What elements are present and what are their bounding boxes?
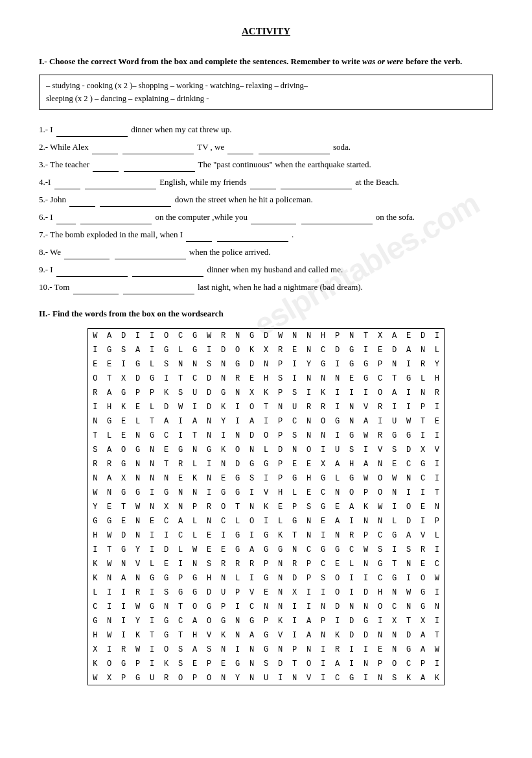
ws-cell: A (174, 514, 188, 528)
ws-cell: P (330, 329, 345, 343)
ws-cell: S (373, 543, 387, 557)
ws-cell: E (402, 329, 416, 343)
ws-cell: O (216, 500, 231, 514)
ws-cell: E (416, 557, 430, 571)
ws-cell: Y (231, 671, 245, 685)
ws-cell: N (231, 628, 245, 643)
ws-cell: R (330, 643, 345, 657)
ws-cell: W (188, 543, 202, 557)
ws-cell: P (273, 414, 288, 429)
ws-cell: X (102, 671, 117, 685)
ws-cell: N (302, 429, 316, 443)
ws-cell: D (330, 343, 345, 357)
ws-cell: I (216, 429, 231, 443)
ws-cell: N (330, 528, 345, 543)
ws-cell: C (174, 614, 188, 628)
sentence-8: 8.- We when the police arrived. (39, 245, 493, 259)
ws-cell: L (430, 528, 445, 543)
ws-cell: G (288, 514, 302, 528)
ws-cell: P (259, 614, 273, 628)
ws-cell: N (273, 586, 288, 600)
ws-cell: A (416, 643, 430, 657)
ws-cell: E (117, 429, 131, 443)
blank-7b (217, 233, 288, 242)
ws-cell: I (345, 586, 359, 600)
ws-cell: I (288, 372, 302, 386)
ws-cell: N (402, 471, 416, 486)
ws-cell: L (416, 372, 430, 386)
ws-cell: O (245, 514, 259, 528)
ws-cell: A (245, 628, 259, 643)
blank-8a (64, 250, 110, 259)
ws-cell: G (202, 600, 216, 614)
ws-cell: N (131, 514, 145, 528)
ws-cell: I (245, 486, 259, 500)
ws-cell: I (330, 614, 345, 628)
ws-cell: O (117, 443, 131, 457)
ws-cell: V (302, 671, 316, 685)
ws-cell: T (174, 372, 188, 386)
ws-cell: C (216, 514, 231, 528)
ws-cell: I (259, 471, 273, 486)
blank-1a (56, 128, 128, 137)
ws-cell: E (102, 500, 117, 514)
ws-cell: G (259, 628, 273, 643)
ws-cell: X (117, 471, 131, 486)
ws-cell: G (231, 657, 245, 671)
ws-cell: N (288, 543, 302, 557)
ws-cell: P (416, 657, 430, 671)
ws-cell: G (259, 457, 273, 471)
ws-cell: H (202, 571, 216, 586)
blank-7a (186, 233, 212, 242)
ws-cell: I (316, 657, 330, 671)
ws-cell: N (159, 600, 174, 614)
ws-cell: G (259, 571, 273, 586)
ws-cell: U (330, 443, 345, 457)
ws-cell: R (302, 400, 316, 414)
sentence-4: 4.-I English, while my friends at the Be… (39, 175, 493, 189)
ws-cell: S (202, 643, 216, 657)
ws-cell: W (402, 586, 416, 600)
blank-6b (80, 215, 152, 224)
ws-cell: X (387, 614, 402, 628)
ws-cell: N (102, 486, 117, 500)
ws-cell: N (245, 657, 259, 671)
ws-cell: R (88, 457, 102, 471)
ws-cell: T (174, 600, 188, 614)
ws-cell: G (345, 471, 359, 486)
ws-cell: C (245, 600, 259, 614)
ws-cell: N (117, 557, 131, 571)
ws-cell: G (359, 357, 373, 372)
ws-cell: L (259, 443, 273, 457)
ws-cell: N (188, 443, 202, 457)
ws-cell: Y (88, 500, 102, 514)
ws-cell: C (316, 343, 330, 357)
ws-cell: O (416, 571, 430, 586)
ws-cell: S (202, 357, 216, 372)
ws-cell: N (273, 400, 288, 414)
ws-cell: H (373, 586, 387, 600)
ws-cell: G (131, 443, 145, 457)
ws-cell: P (316, 614, 330, 628)
ws-cell: T (102, 543, 117, 557)
ws-cell: A (330, 657, 345, 671)
ws-cell: A (102, 443, 117, 457)
ws-cell: N (231, 429, 245, 443)
ws-cell: T (402, 614, 416, 628)
ws-cell: I (102, 600, 117, 614)
ws-cell: E (216, 471, 231, 486)
ws-cell: D (345, 628, 359, 643)
ws-cell: C (174, 329, 188, 343)
ws-cell: G (117, 457, 131, 471)
ws-cell: N (202, 414, 216, 429)
ws-cell: G (131, 486, 145, 500)
ws-cell: G (416, 600, 430, 614)
blank-4d (281, 180, 352, 189)
ws-cell: O (330, 586, 345, 600)
ws-cell: R (373, 400, 387, 414)
ws-cell: V (259, 486, 273, 500)
ws-cell: E (102, 357, 117, 372)
ws-cell: K (273, 614, 288, 628)
ws-cell: I (402, 486, 416, 500)
ws-cell: Y (216, 414, 231, 429)
